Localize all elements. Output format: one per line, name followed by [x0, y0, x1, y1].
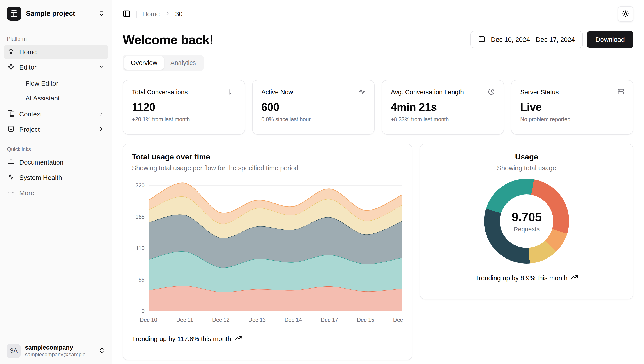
stat-title: Server Status: [520, 88, 559, 96]
breadcrumb-current: 30: [175, 10, 182, 18]
sidebar-item-label: Context: [19, 110, 42, 118]
activity-icon: [358, 88, 365, 96]
sidebar-item-label: System Health: [19, 174, 62, 181]
project-logo-icon: [7, 6, 21, 20]
page-title: Welcome back!: [123, 32, 213, 47]
usage-chart-card: Usage Showing total usage 9.705 Requests…: [420, 144, 633, 300]
home-icon: [8, 48, 15, 56]
component-icon: [8, 63, 15, 72]
svg-text:Dec 15: Dec 15: [357, 317, 374, 323]
date-range-picker[interactable]: Dec 10, 2024 - Dec 17, 2024: [470, 31, 583, 48]
donut-center-value: 9.705: [512, 210, 542, 224]
svg-text:Dec 16: Dec 16: [393, 317, 404, 323]
user-name: samplecompany: [25, 344, 94, 351]
stat-value: 4min 21s: [391, 101, 495, 114]
tab-bar: Overview Analytics: [123, 55, 204, 71]
stat-title: Total Conversations: [132, 88, 188, 96]
stat-value: 1120: [132, 101, 236, 114]
sidebar-item-label: Editor: [19, 64, 36, 71]
avatar: SA: [7, 344, 21, 358]
tab-overview[interactable]: Overview: [124, 56, 164, 70]
sidebar-item-context[interactable]: Context: [4, 107, 108, 121]
svg-text:Dec 11: Dec 11: [176, 317, 193, 323]
message-square-icon: [229, 88, 236, 96]
sidebar-item-label: More: [19, 189, 34, 197]
stat-value: Live: [520, 101, 624, 114]
svg-text:Dec 14: Dec 14: [285, 317, 302, 323]
sidebar-item-editor[interactable]: Editor: [4, 60, 108, 74]
sun-icon: [622, 10, 629, 18]
donut-chart: 9.705 Requests: [484, 179, 569, 264]
quicklinks-nav: Documentation System Health More: [4, 155, 108, 200]
stat-cards-row: Total Conversations 1120 +20.1% from las…: [123, 80, 633, 134]
usage-footer-text: Trending up by 8.9% this month: [475, 274, 568, 282]
svg-text:0: 0: [141, 308, 145, 314]
breadcrumb-home[interactable]: Home: [142, 10, 160, 18]
tab-analytics[interactable]: Analytics: [164, 56, 202, 70]
chart-subtitle: Showing total usage per flow for the spe…: [132, 164, 403, 172]
ellipsis-icon: [8, 189, 15, 197]
stat-note: +20.1% from last month: [132, 116, 236, 122]
chart-footer-text: Trending up by 117.8% this month: [132, 335, 231, 342]
user-menu[interactable]: SA samplecompany samplecompany@sample...…: [4, 341, 108, 360]
stat-card-active-now: Active Now 600 0.0% since last hour: [252, 80, 375, 134]
stat-value: 600: [261, 101, 365, 114]
stat-card-server-status: Server Status Live No problem reported: [511, 80, 633, 134]
stat-note: No problem reported: [520, 116, 624, 122]
sidebar-subitem-label: AI Assistant: [26, 94, 60, 102]
sidebar-subitem-label: Flow Editor: [26, 80, 58, 87]
book-copy-icon: [8, 110, 15, 118]
stacked-area-chart: 055110165220Dec 10Dec 11Dec 12Dec 13Dec …: [132, 176, 404, 332]
sidebar: Sample project Platform Home: [0, 0, 112, 364]
section-label-quicklinks: Quicklinks: [7, 146, 108, 152]
sidebar-item-system-health[interactable]: System Health: [4, 170, 108, 184]
svg-text:Dec 13: Dec 13: [248, 317, 266, 323]
book-open-icon: [8, 158, 15, 167]
project-switcher[interactable]: Sample project: [4, 4, 108, 24]
app-root: Sample project Platform Home: [0, 0, 644, 364]
usage-title: Usage: [515, 152, 538, 161]
chevron-right-icon[interactable]: [98, 126, 104, 134]
svg-text:220: 220: [135, 182, 145, 188]
breadcrumb: Home 30: [142, 10, 182, 18]
project-name: Sample project: [26, 10, 93, 18]
svg-text:Dec 12: Dec 12: [212, 317, 230, 323]
page-content: Welcome back! Dec 10, 2024 - Dec 17, 202…: [112, 28, 644, 364]
usage-subtitle: Showing total usage: [497, 164, 556, 172]
theme-toggle-button[interactable]: [618, 6, 633, 22]
sidebar-toggle-button[interactable]: [123, 10, 131, 18]
chevrons-up-down-icon: [98, 10, 105, 17]
main-area: Home 30 Welcome back!: [112, 0, 644, 364]
sidebar-item-documentation[interactable]: Documentation: [4, 155, 108, 169]
chart-title: Total usage over time: [132, 152, 403, 161]
stat-note: 0.0% since last hour: [261, 116, 365, 122]
stat-title: Avg. Conversation Length: [391, 88, 464, 96]
chevron-right-icon[interactable]: [98, 110, 104, 118]
stat-card-avg-conversation-length: Avg. Conversation Length 4min 21s +8.33%…: [382, 80, 504, 134]
download-button[interactable]: Download: [587, 31, 633, 48]
sidebar-item-ai-assistant[interactable]: AI Assistant: [22, 92, 108, 105]
svg-text:Dec 10: Dec 10: [140, 317, 157, 323]
sidebar-item-label: Project: [19, 126, 40, 133]
editor-subtree: Flow Editor AI Assistant: [14, 76, 108, 105]
sidebar-item-label: Documentation: [19, 158, 64, 166]
stat-card-total-conversations: Total Conversations 1120 +20.1% from las…: [123, 80, 245, 134]
platform-nav: Home Editor Flow Editor: [4, 45, 108, 136]
svg-text:165: 165: [135, 214, 145, 220]
notepad-icon: [8, 125, 15, 134]
divider: [136, 10, 137, 18]
svg-text:Dec 17: Dec 17: [321, 317, 338, 323]
trending-up-icon: [235, 334, 242, 343]
sidebar-item-home[interactable]: Home: [4, 45, 108, 59]
activity-icon: [8, 174, 15, 182]
server-icon: [617, 88, 624, 96]
sidebar-item-project[interactable]: Project: [4, 122, 108, 136]
sidebar-item-more[interactable]: More: [4, 186, 108, 200]
clock-icon: [488, 88, 495, 96]
section-label-platform: Platform: [7, 36, 108, 42]
chevron-down-icon[interactable]: [98, 64, 104, 71]
svg-text:110: 110: [136, 245, 145, 251]
donut-center-label: Requests: [514, 226, 540, 233]
date-range-value: Dec 10, 2024 - Dec 17, 2024: [491, 36, 575, 43]
sidebar-item-flow-editor[interactable]: Flow Editor: [22, 76, 108, 90]
